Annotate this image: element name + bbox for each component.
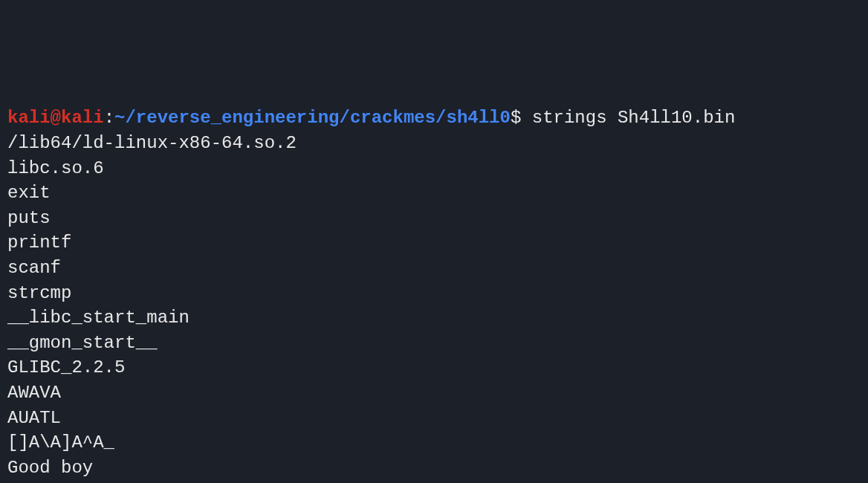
prompt-colon: : [104, 108, 114, 128]
output-line: scanf [7, 256, 861, 281]
output-line: puts [7, 206, 861, 231]
prompt-user-host: kali@kali [7, 108, 104, 128]
output-line: exit [7, 181, 861, 206]
prompt-path: ~/reverse_engineering/crackmes/sh4ll0 [114, 108, 511, 128]
output-line: libc.so.6 [7, 156, 861, 181]
terminal-prompt-line[interactable]: kali@kali:~/reverse_engineering/crackmes… [7, 106, 861, 131]
output-line: AUATL [7, 406, 861, 431]
output-line: AWAVA [7, 380, 861, 406]
output-line: Bad boy [7, 480, 861, 483]
output-line: Good boy [7, 456, 861, 481]
output-line: __gmon_start__ [7, 331, 861, 356]
output-line: printf [7, 230, 861, 256]
output-line: []A\A]A^A_ [7, 430, 861, 456]
command-input: strings Sh4ll10.bin [521, 108, 735, 128]
output-line: __libc_start_main [7, 305, 861, 331]
output-line: GLIBC_2.2.5 [7, 355, 861, 380]
prompt-dollar: $ [511, 108, 521, 128]
output-line: strcmp [7, 281, 861, 306]
output-line: /lib64/ld-linux-x86-64.so.2 [7, 131, 861, 156]
